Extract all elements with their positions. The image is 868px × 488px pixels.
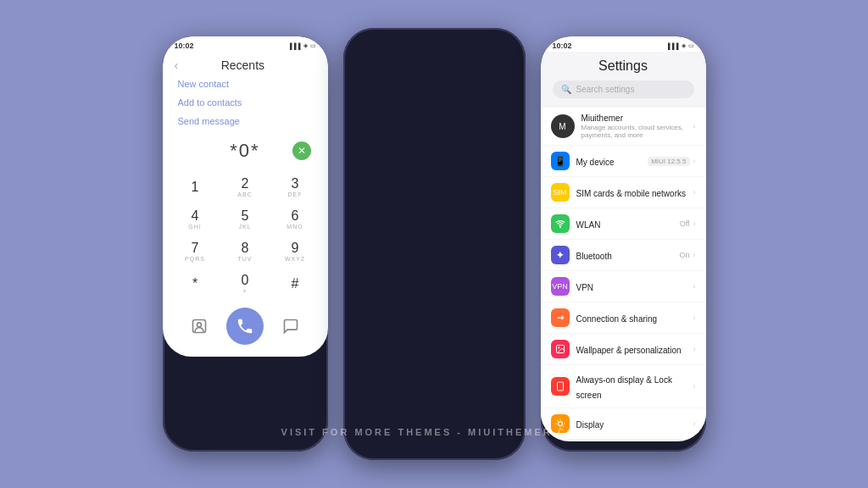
add-to-contacts-link[interactable]: Add to contacts (178, 97, 313, 108)
delete-button[interactable]: ✕ (292, 141, 311, 160)
settings-item-device[interactable]: 📱 My device MIUI 12.5.5 › (541, 146, 706, 176)
vpn-content: VPN (576, 279, 693, 294)
svg-rect-23 (557, 382, 563, 391)
back-arrow-icon[interactable]: ‹ (175, 58, 179, 72)
display-content: Display (576, 416, 693, 431)
sim-title: SIM cards & mobile networks (576, 189, 687, 198)
key-4[interactable]: 4GHI (171, 202, 220, 233)
wallpaper-content: Wallpaper & personalization (576, 341, 693, 357)
account-subtitle: Manage accounts, cloud services, payment… (581, 124, 693, 139)
device-right: MIUI 12.5.5 › (648, 157, 695, 166)
key-star[interactable]: * (171, 267, 220, 297)
key-5[interactable]: 5JKL (221, 202, 270, 233)
account-chevron: › (693, 122, 696, 130)
display-chevron: › (693, 419, 696, 428)
svg-point-25 (558, 422, 562, 426)
bluetooth-right: On › (679, 251, 695, 259)
wlan-status: Off (680, 219, 690, 228)
settings-item-connection[interactable]: Connection & sharing › (541, 302, 706, 333)
key-2[interactable]: 2ABC (221, 170, 270, 201)
status-bar-right: 10:02 ▐▐▐ ◈ ▭ (541, 36, 706, 52)
device-badge: MIUI 12.5.5 (648, 157, 689, 166)
sim-icon: SIM (551, 183, 570, 202)
search-placeholder-text: Search settings (576, 85, 635, 94)
account-title: Miuithemer (581, 114, 693, 123)
device-chevron: › (693, 157, 696, 165)
battery-icon-left: ▭ (310, 42, 316, 49)
key-8[interactable]: 8TUV (221, 235, 270, 265)
aod-chevron: › (693, 382, 696, 391)
status-time-left: 10:02 (175, 42, 194, 50)
settings-item-wlan[interactable]: WLAN Off › (541, 208, 706, 239)
wallpaper-icon (551, 340, 570, 358)
settings-item-aod[interactable]: Always-on display & Lock screen › (541, 365, 706, 408)
connection-content: Connection & sharing (576, 310, 693, 325)
key-0[interactable]: 0+ (221, 267, 270, 297)
new-contact-link[interactable]: New contact (178, 79, 313, 89)
signal-icon-right: ▐▐▐ (666, 43, 679, 49)
bluetooth-icon: ✦ (551, 246, 570, 264)
phone-left: 10:02 ▐▐▐ ◈ ▭ ‹ Recents New contact Add … (163, 36, 328, 452)
wlan-chevron: › (693, 219, 696, 228)
call-button[interactable] (226, 308, 264, 345)
dialer-bottom (163, 301, 328, 357)
messages-icon[interactable] (278, 313, 303, 339)
sim-content: SIM cards & mobile networks (576, 185, 693, 200)
svg-line-28 (557, 420, 558, 421)
device-content: My device (576, 153, 645, 169)
key-7[interactable]: 7PQRS (171, 235, 220, 265)
key-3[interactable]: 3DEF (271, 170, 320, 201)
watermark-text: VISIT FOR MORE THEMES - MIUITHEMER.COM (281, 427, 587, 437)
phones-container: 10:02 ▐▐▐ ◈ ▭ ‹ Recents New contact Add … (163, 0, 706, 488)
wlan-icon (551, 214, 570, 233)
settings-item-wallpaper[interactable]: Wallpaper & personalization › (541, 334, 706, 364)
bluetooth-status: On (679, 251, 689, 259)
status-bar-left: 10:02 ▐▐▐ ◈ ▭ (163, 36, 328, 52)
settings-item-bluetooth[interactable]: ✦ Bluetooth On › (541, 240, 706, 270)
phone-center: 10:02 ▐▐▐ ◈ ▭ (343, 28, 526, 460)
wifi-icon-left: ◈ (303, 42, 308, 49)
vpn-icon: VPN (551, 277, 570, 296)
settings-item-vpn[interactable]: VPN VPN › (541, 271, 706, 302)
settings-item-account[interactable]: M Miuithemer Manage accounts, cloud serv… (541, 108, 706, 145)
device-icon: 📱 (551, 152, 570, 170)
wlan-title: WLAN (576, 220, 601, 230)
bluetooth-title: Bluetooth (576, 252, 612, 261)
dialer-display: *0* ✕ (163, 130, 328, 167)
svg-point-1 (198, 323, 202, 327)
aod-content: Always-on display & Lock screen (576, 371, 693, 402)
settings-list: M Miuithemer Manage accounts, cloud serv… (541, 105, 706, 441)
contacts-icon[interactable] (186, 313, 212, 339)
aod-icon (551, 377, 570, 396)
key-hash[interactable]: # (271, 267, 320, 297)
key-6[interactable]: 6MNO (271, 202, 320, 233)
settings-search-bar[interactable]: 🔍 Search settings (553, 80, 694, 98)
vpn-chevron: › (693, 282, 696, 291)
aod-title: Always-on display & Lock screen (576, 375, 672, 400)
wifi-icon-right: ◈ (682, 42, 686, 49)
svg-point-22 (558, 347, 559, 349)
wlan-content: WLAN (576, 216, 676, 231)
vpn-title: VPN (576, 283, 594, 292)
battery-icon-right: ▭ (688, 42, 694, 49)
phone-right: 10:02 ▐▐▐ ◈ ▭ Settings 🔍 Search settings (541, 36, 706, 452)
account-content: Miuithemer Manage accounts, cloud servic… (581, 114, 693, 139)
connection-chevron: › (693, 313, 696, 322)
dialer-title: Recents (186, 58, 298, 72)
settings-screen: 10:02 ▐▐▐ ◈ ▭ Settings 🔍 Search settings (541, 36, 706, 441)
keypad: 1 2ABC 3DEF 4GHI 5JKL 6MNO 7PQRS 8TUV 9W… (163, 167, 328, 301)
settings-item-sim[interactable]: SIM SIM cards & mobile networks › (541, 177, 706, 208)
send-message-link[interactable]: Send message (178, 116, 313, 126)
connection-title: Connection & sharing (576, 314, 658, 324)
status-icons-left: ▐▐▐ ◈ ▭ (288, 42, 316, 49)
dialer-header: ‹ Recents (163, 52, 328, 75)
key-9[interactable]: 9WXYZ (271, 235, 320, 265)
settings-title: Settings (553, 55, 694, 77)
settings-header: Settings 🔍 Search settings (541, 52, 706, 105)
wallpaper-title: Wallpaper & personalization (576, 346, 682, 355)
key-1[interactable]: 1 (171, 170, 220, 201)
dialer-number: *0* (230, 140, 259, 162)
wallpaper-chevron: › (693, 345, 696, 353)
sim-chevron: › (693, 188, 696, 197)
signal-icon-left: ▐▐▐ (288, 43, 301, 49)
